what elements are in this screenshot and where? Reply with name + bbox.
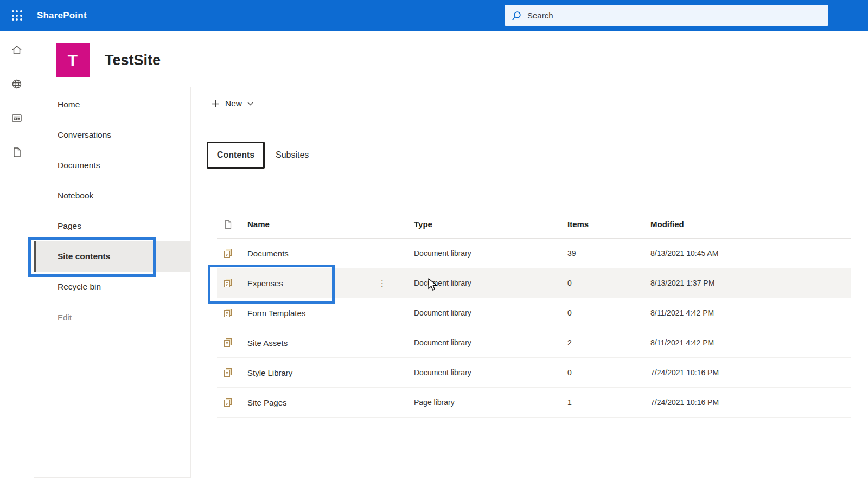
table-header-row: Name Type Items Modified <box>217 210 851 239</box>
file-icon <box>222 219 233 230</box>
row-name[interactable]: Site Pages <box>247 398 414 407</box>
search-input[interactable] <box>527 11 822 20</box>
row-name[interactable]: Site Assets <box>247 338 414 348</box>
sidebar-item-conversations[interactable]: Conversations <box>34 120 190 150</box>
plus-icon <box>212 100 220 108</box>
row-icon-cell <box>217 367 247 378</box>
row-icon-cell <box>217 397 247 408</box>
column-header-type[interactable]: Type <box>414 220 567 229</box>
sidebar-item-recycle-bin[interactable]: Recycle bin <box>34 272 190 302</box>
row-type: Document library <box>414 309 567 317</box>
row-icon-cell <box>217 307 247 318</box>
rail-home-button[interactable] <box>9 42 24 57</box>
row-modified: 8/11/2021 4:42 PM <box>650 309 851 317</box>
row-items: 2 <box>567 338 650 347</box>
row-name[interactable]: Style Library <box>247 368 414 377</box>
tab-subsites[interactable]: Subsites <box>276 142 309 169</box>
command-bar-divider <box>191 118 868 118</box>
document-library-icon <box>222 397 233 408</box>
row-items: 0 <box>567 279 650 287</box>
contents-table: Name Type Items Modified Documents Docum… <box>217 210 851 418</box>
chevron-down-icon <box>247 102 253 106</box>
row-modified: 7/24/2021 10:16 PM <box>650 368 851 377</box>
app-launcher-button[interactable] <box>0 0 34 31</box>
home-icon <box>11 44 23 56</box>
document-library-icon <box>222 337 233 348</box>
site-title[interactable]: TestSite <box>105 43 161 77</box>
tab-contents[interactable]: Contents <box>207 142 265 169</box>
row-name[interactable]: Form Templates <box>247 309 414 318</box>
document-library-icon <box>222 367 233 378</box>
row-items: 1 <box>567 398 650 407</box>
row-modified: 8/11/2021 4:42 PM <box>650 338 851 347</box>
sidebar-item-edit[interactable]: Edit <box>34 302 190 332</box>
sharepoint-site-contents-page: SharePoint <box>0 0 868 488</box>
sidebar-item-home[interactable]: Home <box>34 89 190 120</box>
table-row[interactable]: Site Pages Page library 1 7/24/2021 10:1… <box>217 388 851 418</box>
table-row[interactable]: Style Library Document library 0 7/24/20… <box>217 358 851 388</box>
column-header-modified[interactable]: Modified <box>650 220 851 229</box>
search-icon <box>511 10 522 21</box>
column-header-name[interactable]: Name <box>247 220 414 229</box>
document-library-icon <box>222 307 233 318</box>
document-library-icon <box>222 278 233 288</box>
site-logo[interactable]: T <box>56 43 90 77</box>
search-box[interactable] <box>505 5 828 26</box>
row-icon-cell <box>217 278 247 288</box>
rail-news-button[interactable] <box>9 111 24 126</box>
row-type: Page library <box>414 398 567 407</box>
waffle-icon <box>12 10 22 21</box>
document-library-icon <box>222 248 233 259</box>
row-type: Document library <box>414 279 567 287</box>
row-modified: 8/13/2021 1:37 PM <box>650 279 851 287</box>
rail-worlds-button[interactable] <box>9 76 24 92</box>
row-type: Document library <box>414 249 567 258</box>
globe-icon <box>11 78 23 90</box>
sidebar-item-documents[interactable]: Documents <box>34 150 190 181</box>
row-modified: 8/13/2021 10:45 AM <box>650 249 851 258</box>
column-header-items[interactable]: Items <box>567 220 650 229</box>
rail-documents-button[interactable] <box>9 145 24 160</box>
app-title: SharePoint <box>37 10 87 21</box>
site-navigation: Home Conversations Documents Notebook Pa… <box>34 87 191 478</box>
row-icon-cell <box>217 248 247 259</box>
table-row[interactable]: Form Templates Document library 0 8/11/2… <box>217 298 851 328</box>
row-type: Document library <box>414 368 567 377</box>
row-type: Document library <box>414 338 567 347</box>
row-items: 39 <box>567 249 650 258</box>
suite-bar: SharePoint <box>0 0 868 31</box>
more-options-button[interactable]: ⋮ <box>378 279 386 287</box>
row-modified: 7/24/2021 10:16 PM <box>650 398 851 407</box>
sidebar-item-notebook[interactable]: Notebook <box>34 181 190 211</box>
row-items: 0 <box>567 309 650 317</box>
table-row[interactable]: Documents Document library 39 8/13/2021 … <box>217 239 851 268</box>
row-name[interactable]: Documents <box>247 249 414 258</box>
tabs-divider <box>207 174 851 174</box>
row-name[interactable]: Expenses <box>247 279 414 288</box>
row-icon-cell <box>217 337 247 348</box>
row-items: 0 <box>567 368 650 377</box>
table-row[interactable]: Expenses Document library 0 8/13/2021 1:… <box>217 268 851 298</box>
new-button-label: New <box>225 99 242 108</box>
file-icon <box>11 146 23 158</box>
new-button[interactable]: New <box>212 93 253 114</box>
header-icon-cell <box>217 219 247 230</box>
table-row[interactable]: Site Assets Document library 2 8/11/2021… <box>217 328 851 358</box>
sidebar-item-site-contents[interactable]: Site contents <box>34 241 190 272</box>
news-icon <box>11 112 23 124</box>
app-rail <box>0 31 34 488</box>
sidebar-item-pages[interactable]: Pages <box>34 211 190 241</box>
